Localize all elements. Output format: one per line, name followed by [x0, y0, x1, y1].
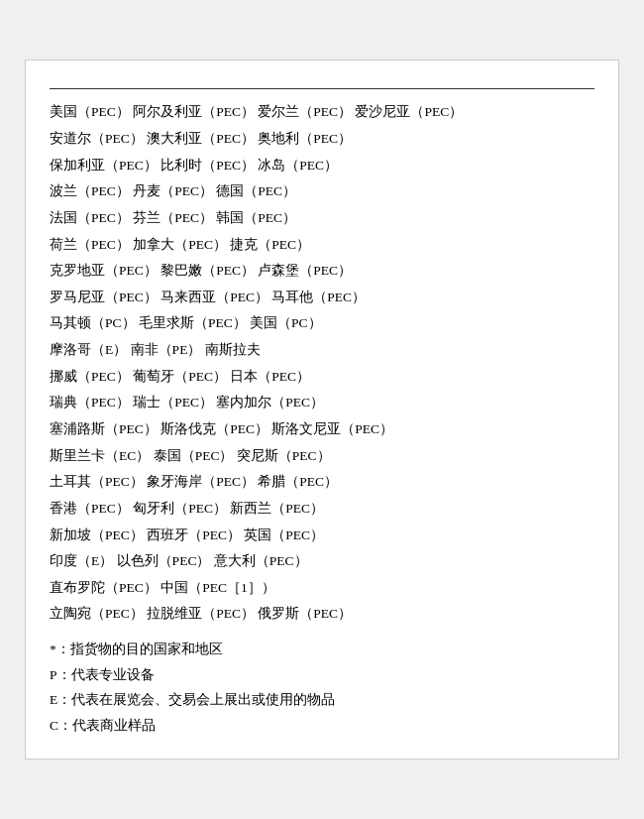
content-row: 土耳其（PEC） 象牙海岸（PEC） 希腊（PEC） — [50, 469, 594, 495]
content-row: 瑞典（PEC） 瑞士（PEC） 塞内加尔（PEC） — [50, 390, 594, 415]
content-row: 香港（PEC） 匈牙利（PEC） 新西兰（PEC） — [50, 496, 594, 522]
content-row: 摩洛哥（E） 南非（PE） 南斯拉夫 — [50, 337, 594, 363]
content-row: 塞浦路斯（PEC） 斯洛伐克（PEC） 斯洛文尼亚（PEC） — [50, 416, 594, 442]
legend-row: P：代表专业设备 — [50, 662, 594, 688]
content-row: 波兰（PEC） 丹麦（PEC） 德国（PEC） — [50, 178, 594, 204]
content-row: 美国（PEC） 阿尔及利亚（PEC） 爱尔兰（PEC） 爱沙尼亚（PEC） — [50, 99, 594, 125]
legend-row: C：代表商业样品 — [50, 713, 594, 739]
content-row: 荷兰（PEC） 加拿大（PEC） 捷克（PEC） — [50, 232, 594, 258]
content-row: 罗马尼亚（PEC） 马来西亚（PEC） 马耳他（PEC） — [50, 285, 594, 310]
content-row: 马其顿（PC） 毛里求斯（PEC） 美国（PC） — [50, 310, 594, 336]
content-row: 克罗地亚（PEC） 黎巴嫩（PEC） 卢森堡（PEC） — [50, 258, 594, 284]
content-row: 印度（E） 以色列（PEC） 意大利（PEC） — [50, 548, 594, 574]
content-row: 挪威（PEC） 葡萄牙（PEC） 日本（PEC） — [50, 364, 594, 390]
divider — [50, 88, 594, 89]
content-row: 保加利亚（PEC） 比利时（PEC） 冰岛（PEC） — [50, 153, 594, 178]
content-row: 法国（PEC） 芬兰（PEC） 韩国（PEC） — [50, 205, 594, 231]
content-row: 安道尔（PEC） 澳大利亚（PEC） 奥地利（PEC） — [50, 126, 594, 152]
content-row: 立陶宛（PEC） 拉脱维亚（PEC） 俄罗斯（PEC） — [50, 601, 594, 627]
content-row: 新加坡（PEC） 西班牙（PEC） 英国（PEC） — [50, 523, 594, 548]
legend-row: E：代表在展览会、交易会上展出或使用的物品 — [50, 687, 594, 713]
content-row: 斯里兰卡（EC） 泰国（PEC） 突尼斯（PEC） — [50, 443, 594, 469]
main-card: 美国（PEC） 阿尔及利亚（PEC） 爱尔兰（PEC） 爱沙尼亚（PEC）安道尔… — [25, 59, 619, 759]
legend-row: *：指货物的目的国家和地区 — [50, 637, 594, 662]
content-area: 美国（PEC） 阿尔及利亚（PEC） 爱尔兰（PEC） 爱沙尼亚（PEC）安道尔… — [50, 99, 594, 627]
content-row: 直布罗陀（PEC） 中国（PEC［1］） — [50, 575, 594, 601]
legend-area: *：指货物的目的国家和地区P：代表专业设备E：代表在展览会、交易会上展出或使用的… — [50, 637, 594, 739]
